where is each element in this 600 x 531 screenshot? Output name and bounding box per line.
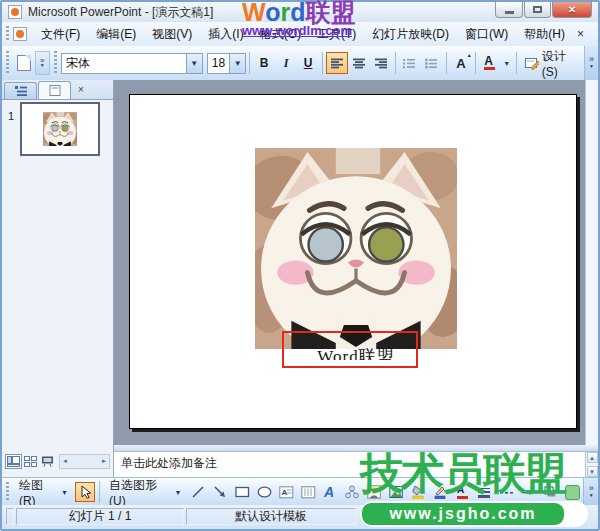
line-tool-button[interactable] [188,482,208,502]
notes-placeholder[interactable]: 单击此处添加备注 [114,452,585,477]
menu-edit[interactable]: 编辑(E) [88,23,144,46]
align-center-button[interactable] [348,52,370,74]
arrow-left-icon[interactable]: ◄ [60,458,70,464]
numbered-list-button[interactable] [399,52,421,74]
slide-sorter-view-button[interactable] [22,454,39,469]
vertical-text-box-button[interactable] [298,482,318,502]
close-icon: ✕ [568,4,576,15]
italic-button[interactable]: I [275,52,297,74]
chevron-down-icon[interactable]: ▼ [186,54,202,73]
font-color-button[interactable]: A [479,52,501,74]
line-style-button[interactable] [474,482,494,502]
align-left-button[interactable] [326,52,348,74]
title-bar: Microsoft PowerPoint - [演示文稿1] ✕ [2,2,598,23]
toolbar-overflow-button[interactable]: » ▼ [584,46,598,80]
arrow-right-icon[interactable]: ► [99,458,109,464]
shadow-style-button[interactable] [540,482,560,502]
cat-picture[interactable] [255,148,457,349]
separator [99,481,100,503]
toolbar-grip[interactable] [6,482,9,502]
toolbar-grip[interactable] [54,51,57,75]
menu-tools[interactable]: 工具(T) [309,23,364,46]
three-d-style-icon [565,485,580,500]
select-objects-button[interactable] [75,482,95,502]
text-box-button[interactable]: A [276,482,296,502]
menu-bar: 文件(F) 编辑(E) 视图(V) 插入(I) 格式(O) 工具(T) 幻灯片放… [2,22,598,47]
minimize-button[interactable] [495,2,523,18]
clip-art-button[interactable] [364,482,384,502]
slide-design-button[interactable]: 设计(S) [520,52,584,74]
pane-tabs: × [2,80,113,100]
picture-icon [389,485,403,499]
slideshow-view-button[interactable] [39,454,56,469]
wordart-button[interactable]: A [320,482,340,502]
dash-style-button[interactable] [496,482,516,502]
align-right-button[interactable] [370,52,392,74]
normal-view-icon [7,456,20,467]
bold-button[interactable]: B [253,52,275,74]
notes-splitter[interactable] [114,445,598,452]
arrow-style-button[interactable] [518,482,538,502]
three-d-style-button[interactable] [562,482,582,502]
oval-icon [257,486,272,498]
toolbar-grip[interactable] [6,51,9,75]
arrow-style-icon [521,487,535,498]
bulleted-list-button[interactable] [421,52,443,74]
menu-format[interactable]: 格式(O) [252,23,309,46]
close-pane-icon[interactable]: × [78,84,84,95]
slide-thumbnail[interactable] [20,102,100,156]
font-color-dropdown[interactable]: ▼ [501,52,513,74]
rectangle-tool-button[interactable] [232,482,252,502]
draw-menu-button[interactable]: 绘图(R) ▼ [14,482,73,502]
thumbnails-scrollbar[interactable]: ◄ ► [59,454,110,469]
window-controls: ✕ [494,2,592,18]
fill-color-button[interactable] [408,482,428,502]
autoshapes-menu-button[interactable]: 自选图形(U) ▼ [104,482,186,502]
new-slide-button[interactable] [13,52,35,74]
increase-font-size-button[interactable]: A▲ [450,52,472,74]
tab-outline[interactable] [4,82,37,99]
menu-help[interactable]: 帮助(H) [516,23,573,46]
vertical-text-box-icon [301,486,316,499]
status-design-template[interactable]: 默认设计模板 [186,508,356,525]
notes-section: 单击此处添加备注 ▲ ▼ [114,445,598,477]
line-color-icon [433,485,447,499]
toolbar-overflow-button[interactable]: » ▼ [583,478,598,506]
menu-slideshow[interactable]: 幻灯片放映(D) [364,23,457,46]
font-size-select[interactable]: 18 ▼ [207,53,246,74]
cat-thumbnail-image [43,112,77,146]
scroll-down-icon[interactable]: ▼ [587,466,598,477]
chevron-down-icon[interactable]: ▼ [229,54,245,73]
font-name-select[interactable]: 宋体 ▼ [61,53,203,74]
menu-window[interactable]: 窗口(W) [457,23,516,46]
vertical-scrollbar[interactable] [585,80,598,445]
toolbar-options-button[interactable]: » ▼ [35,51,50,75]
scroll-up-icon[interactable]: ▲ [587,452,598,463]
font-size-value: 18 [208,56,229,70]
maximize-button[interactable] [524,2,551,18]
arrow-tool-button[interactable] [210,482,230,502]
oval-tool-button[interactable] [254,482,274,502]
slide-thumbnail-number: 1 [8,110,14,122]
slide-design-icon [525,57,539,70]
toolbar-grip[interactable] [6,26,9,43]
powerpoint-app-icon [8,5,22,19]
diagram-button[interactable] [342,482,362,502]
notes-scrollbar[interactable]: ▲ ▼ [585,452,598,477]
close-button[interactable]: ✕ [552,2,592,18]
window-title: Microsoft PowerPoint - [演示文稿1] [28,4,213,21]
font-name-value: 宋体 [62,55,186,72]
menu-file[interactable]: 文件(F) [33,23,88,46]
menu-view[interactable]: 视图(V) [144,23,200,46]
fill-color-icon [411,485,425,499]
line-color-button[interactable] [430,482,450,502]
normal-view-button[interactable] [5,454,22,469]
menu-insert[interactable]: 插入(I) [200,23,251,46]
slide-canvas[interactable]: Word联盟 [129,94,577,429]
insert-picture-button[interactable] [386,482,406,502]
underline-button[interactable]: U [297,52,319,74]
tab-slides[interactable] [38,81,71,99]
drawing-font-color-button[interactable]: A [452,482,472,502]
outline-view-icon [15,86,27,97]
close-document-icon[interactable]: × [573,27,588,41]
